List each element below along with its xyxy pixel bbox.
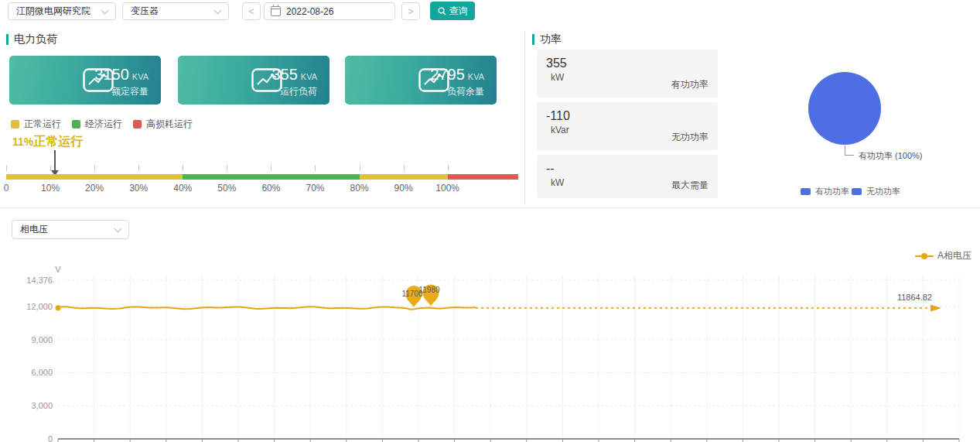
kpi-card-load-margin: 2795KVA 负荷余量 xyxy=(345,56,497,105)
kpi-unit: KVA xyxy=(301,72,317,81)
query-button-label: 查询 xyxy=(449,5,468,18)
power-value: 355 xyxy=(546,57,709,70)
gauge-tick-label: 20% xyxy=(85,183,104,194)
gauge-tick xyxy=(227,165,227,171)
kpi-label: 额定容量 xyxy=(94,85,149,98)
line-legend-item[interactable]: A相电压 xyxy=(915,249,971,262)
y-axis-label: 0 xyxy=(48,434,53,442)
gauge-tick-label: 80% xyxy=(350,183,369,194)
gauge-segment xyxy=(448,174,518,180)
chevron-left-icon: < xyxy=(248,6,254,17)
arrow-right-icon xyxy=(930,304,941,311)
y-axis-label: 14,376 xyxy=(26,276,53,285)
pie-legend-item-active[interactable]: 有功功率 xyxy=(801,186,849,197)
pie-callout-line xyxy=(845,146,854,156)
kpi-value: 3150 xyxy=(94,66,129,83)
legend-swatch xyxy=(801,188,811,195)
query-button[interactable]: 查询 xyxy=(430,2,475,20)
current-value-label: 11864.82 xyxy=(897,293,932,302)
y-axis-label: 9,000 xyxy=(31,335,53,344)
gauge-tick-label: 30% xyxy=(129,183,148,194)
gauge-tick xyxy=(360,165,360,171)
gauge-tick-label: 50% xyxy=(217,183,236,194)
series-start-dot xyxy=(56,305,61,310)
voltage-series-line xyxy=(58,307,476,309)
power-label: 最大需量 xyxy=(671,179,709,192)
power-label: 无功功率 xyxy=(671,131,709,144)
y-axis-label: 12,000 xyxy=(26,302,53,311)
kpi-label: 运行负荷 xyxy=(271,85,317,98)
gauge-tick xyxy=(183,165,183,171)
kpi-card-rated-capacity: 3150KVA 额定容量 xyxy=(9,56,161,105)
gauge-pointer-label: 11%正常运行 xyxy=(12,134,83,150)
gauge-tick xyxy=(404,165,405,171)
gauge-tick-label: 90% xyxy=(394,183,413,194)
next-day-button[interactable]: > xyxy=(401,2,420,20)
legend-swatch xyxy=(72,120,80,128)
kpi-unit: KVA xyxy=(132,72,149,81)
marker-pin-value: 11980 xyxy=(418,286,440,294)
voltage-line-chart: 03,0006,0009,00012,00014,376V11864.82117… xyxy=(0,209,980,442)
legend-swatch xyxy=(852,188,862,195)
chevron-right-icon: > xyxy=(408,6,413,17)
power-pie-chart xyxy=(808,72,881,145)
gauge-tick xyxy=(50,165,51,171)
power-section-title: 功率 xyxy=(532,33,562,46)
gauge-tick xyxy=(271,165,271,171)
gauge-tick-label: 70% xyxy=(306,183,324,194)
gauge-segment xyxy=(183,174,359,180)
legend-item-normal[interactable]: 正常运行 xyxy=(11,118,61,131)
date-value: 2022-08-26 xyxy=(286,6,333,17)
line-legend-label: A相电压 xyxy=(937,249,971,262)
calendar-icon xyxy=(271,6,281,16)
power-value: -110 xyxy=(546,109,709,123)
device-select-value: 变压器 xyxy=(131,5,159,18)
gauge-segment xyxy=(6,174,183,180)
gauge-tick xyxy=(94,165,95,171)
device-select[interactable]: 变压器 xyxy=(122,2,229,20)
power-value: -- xyxy=(546,162,709,176)
kpi-card-running-load: 355KVA 运行负荷 xyxy=(178,56,330,105)
legend-line-marker-icon xyxy=(915,255,934,257)
gauge-segment xyxy=(360,174,448,180)
power-card-reactive: -110 kVar 无功功率 xyxy=(537,102,718,150)
kpi-value: 355 xyxy=(271,66,297,83)
y-axis-unit: V xyxy=(55,265,61,274)
legend-item-high-loss[interactable]: 高损耗运行 xyxy=(133,118,193,131)
gauge-legend: 正常运行 经济运行 高损耗运行 xyxy=(11,118,193,131)
power-label: 有功功率 xyxy=(671,78,709,91)
pie-legend-item-reactive[interactable]: 无功功率 xyxy=(852,186,900,197)
station-select[interactable]: 江阴微电网研究院 xyxy=(8,2,116,20)
kpi-value: 2795 xyxy=(430,66,465,83)
date-input[interactable]: 2022-08-26 xyxy=(264,2,395,20)
gauge-tick xyxy=(315,165,316,171)
legend-item-economic[interactable]: 经济运行 xyxy=(72,118,122,131)
gauge-tick-label: 40% xyxy=(173,183,192,194)
power-card-max-demand: -- kW 最大需量 xyxy=(537,155,718,198)
load-gauge-bar: 010%20%30%40%50%60%70%80%90%100% xyxy=(6,165,518,194)
gauge-tick xyxy=(138,165,139,171)
station-select-value: 江阴微电网研究院 xyxy=(16,5,90,18)
gauge-tick-label: 100% xyxy=(435,183,459,194)
section-divider xyxy=(0,207,980,208)
chevron-down-icon xyxy=(101,6,109,14)
y-axis-label: 6,000 xyxy=(31,368,53,377)
gauge-tick-label: 60% xyxy=(261,183,280,194)
chevron-down-icon xyxy=(214,6,222,14)
legend-swatch xyxy=(133,120,142,128)
vertical-divider xyxy=(524,31,525,204)
gauge-tick xyxy=(6,165,7,171)
legend-swatch xyxy=(11,120,19,128)
y-axis-label: 3,000 xyxy=(31,401,53,410)
gauge-tick-label: 10% xyxy=(41,183,60,194)
kpi-unit: KVA xyxy=(468,72,484,81)
pie-callout-label: 有功功率 (100%) xyxy=(859,150,923,162)
search-icon xyxy=(438,7,446,15)
load-section-title: 电力负荷 xyxy=(6,33,57,46)
gauge-tick xyxy=(448,165,449,171)
kpi-label: 负荷余量 xyxy=(430,85,484,98)
dashboard-root: 江阴微电网研究院 变压器 < 2022-08-26 > 查询 电力负荷 3150… xyxy=(0,0,980,442)
power-card-active: 355 kW 有功功率 xyxy=(537,50,718,98)
gauge-tick-label: 0 xyxy=(4,183,9,194)
prev-day-button[interactable]: < xyxy=(242,2,261,20)
